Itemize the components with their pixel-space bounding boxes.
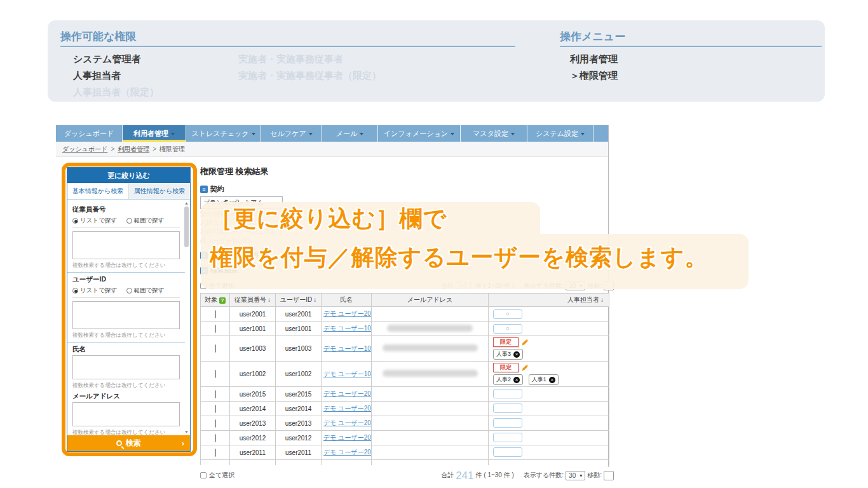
operable-permissions-title: 操作可能な権限 [60, 29, 136, 44]
row-checkbox[interactable] [215, 419, 216, 428]
redacted-email [387, 325, 473, 332]
row-checkbox[interactable] [215, 310, 216, 318]
chevron-down-icon [309, 133, 313, 135]
chevron-down-icon [252, 133, 255, 135]
radio-icon [72, 288, 78, 294]
panel-scrollbar[interactable]: ▲ ▼ [184, 201, 189, 434]
row-checkbox[interactable] [215, 370, 216, 378]
radio-icon [72, 218, 78, 224]
user-id-radio-list[interactable]: リストで探す [72, 287, 126, 295]
col-user-id[interactable]: ユーザーID↓ [276, 294, 322, 307]
row-checkbox[interactable] [215, 390, 216, 398]
divider [560, 46, 822, 47]
tab-system-settings[interactable]: システム設定 [527, 125, 593, 142]
user-link[interactable]: デモ ユーザー1003 [323, 345, 372, 352]
operation-menu-title: 操作メニュー [560, 29, 625, 44]
scroll-down-icon[interactable]: ▼ [184, 430, 189, 434]
user-id-input[interactable] [72, 301, 180, 329]
col-name: 氏名 [322, 294, 372, 307]
divider [67, 272, 185, 273]
scroll-thumb[interactable] [184, 207, 189, 247]
emp-no-radio-range[interactable]: 範囲で探す [126, 217, 180, 225]
permission-system-admin: システム管理者 [73, 51, 159, 67]
edit-pencil-icon[interactable] [521, 338, 529, 346]
page-title: 権限管理 検索結果 [200, 166, 609, 177]
table-row: user2012 user2012 デモ ユーザー2012 [201, 431, 609, 445]
emp-no-helper: 複数検索する場合は改行してください [72, 262, 180, 269]
table-header-row: 対象? 従業員番号↓ ユーザーID↓ 氏名 メールアドレス 人事担当者↓ [201, 294, 609, 307]
limited-badge: 限定 [493, 337, 519, 347]
tab-stress-check[interactable]: ストレスチェック [186, 125, 261, 142]
user-link[interactable]: デモ ユーザー2015 [323, 390, 372, 397]
permissions-info-panel: 操作可能な権限 システム管理者 人事担当者 人事担当者（限定） 実施者・実施事務… [48, 20, 825, 102]
name-input[interactable] [72, 355, 180, 379]
breadcrumb-dashboard[interactable]: ダッシュボード [62, 145, 107, 154]
user-link[interactable]: デモ ユーザー1001 [323, 325, 372, 332]
email-label: メールアドレス [72, 392, 180, 401]
user-id-label: ユーザーID [72, 275, 180, 284]
user-link[interactable]: デモ ユーザー2012 [323, 434, 372, 441]
menu-permission-management: ＞権限管理 [570, 67, 618, 84]
tab-user-management[interactable]: 利用者管理 [123, 125, 186, 142]
scroll-up-icon[interactable]: ▲ [184, 201, 189, 205]
col-emp-no[interactable]: 従業員番号↓ [230, 294, 276, 307]
col-email: メールアドレス [372, 294, 489, 307]
email-input[interactable] [72, 402, 180, 426]
tab-dashboard[interactable]: ダッシュボード [56, 125, 123, 142]
tab-information[interactable]: インフォメーション [378, 125, 461, 142]
chevron-down-icon [360, 133, 363, 135]
table-row: user2001 user2001 デモ ユーザー2001 ○ [201, 307, 609, 322]
remove-tag-icon[interactable]: × [549, 377, 555, 383]
row-checkbox[interactable] [215, 405, 216, 413]
sort-desc-icon: ↓ [600, 296, 604, 303]
callout-line1: ［更に絞り込む］欄で [201, 202, 540, 234]
chevron-right-icon: › [182, 438, 184, 448]
user-link[interactable]: デモ ユーザー2001 [323, 310, 372, 317]
edit-pencil-icon[interactable] [521, 363, 529, 372]
remove-tag-icon[interactable]: × [513, 377, 520, 383]
main-nav: ダッシュボード 利用者管理 ストレスチェック セルフケア メール インフォメーシ… [56, 125, 608, 142]
move-page-input[interactable] [604, 471, 614, 480]
user-link[interactable]: デモ ユーザー2013 [323, 419, 372, 426]
user-link[interactable]: デモ ユーザー2011 [323, 449, 372, 456]
tab-self-care[interactable]: セルフケア [261, 125, 322, 142]
tab-mail[interactable]: メール [322, 125, 378, 142]
select-all-bottom[interactable]: 全て選択 [200, 471, 234, 480]
col-hr-manager[interactable]: 人事担当者↓ [489, 294, 609, 307]
table-row-clipped [201, 460, 609, 465]
total-count: 241 [456, 470, 473, 481]
row-checkbox[interactable] [215, 325, 216, 333]
tab-master-settings[interactable]: マスタ設定 [461, 125, 527, 142]
callout-line2: 権限を付与／解除するユーザーを検索します。 [201, 234, 749, 289]
table-row: user1001 user1001 デモ ユーザー1001 ○ [201, 322, 609, 336]
row-checkbox[interactable] [215, 344, 216, 353]
contract-section-title: 契約 [210, 184, 224, 194]
chevron-down-icon [171, 133, 175, 135]
hr-status-box [493, 447, 522, 457]
results-table: 対象? 従業員番号↓ ユーザーID↓ 氏名 メールアドレス 人事担当者↓ use… [200, 293, 609, 465]
chevron-down-icon: ▾ [580, 473, 582, 478]
hr-tag: 人事2× [493, 374, 523, 385]
remove-tag-icon[interactable]: × [513, 351, 520, 358]
emp-no-input[interactable] [72, 231, 180, 259]
tab-attribute-info-search[interactable]: 属性情報から検索 [128, 183, 190, 199]
tab-basic-info-search[interactable]: 基本情報から検索 [67, 183, 128, 199]
radio-icon [126, 288, 132, 294]
hr-tag: 人事1× [529, 374, 559, 385]
user-id-helper: 複数検索する場合は改行してください [72, 332, 180, 339]
user-id-radio-range[interactable]: 範囲で探す [126, 287, 180, 295]
nav-filler [593, 125, 608, 142]
page-size-select[interactable]: 30▾ [566, 471, 585, 480]
help-icon[interactable]: ? [219, 297, 226, 304]
user-link[interactable]: デモ ユーザー2014 [323, 405, 372, 412]
row-checkbox[interactable] [215, 449, 216, 457]
breadcrumb-user-management[interactable]: 利用者管理 [118, 145, 149, 154]
breadcrumb-current: 権限管理 [159, 145, 185, 154]
emp-no-label: 従業員番号 [72, 205, 180, 214]
row-checkbox[interactable] [215, 434, 216, 442]
list-icon: ≡ [200, 186, 208, 193]
redacted-email [383, 370, 478, 377]
search-button[interactable]: 検索 › [67, 435, 190, 451]
emp-no-radio-list[interactable]: リストで探す [72, 217, 126, 225]
user-link[interactable]: デモ ユーザー1002 [323, 370, 372, 377]
